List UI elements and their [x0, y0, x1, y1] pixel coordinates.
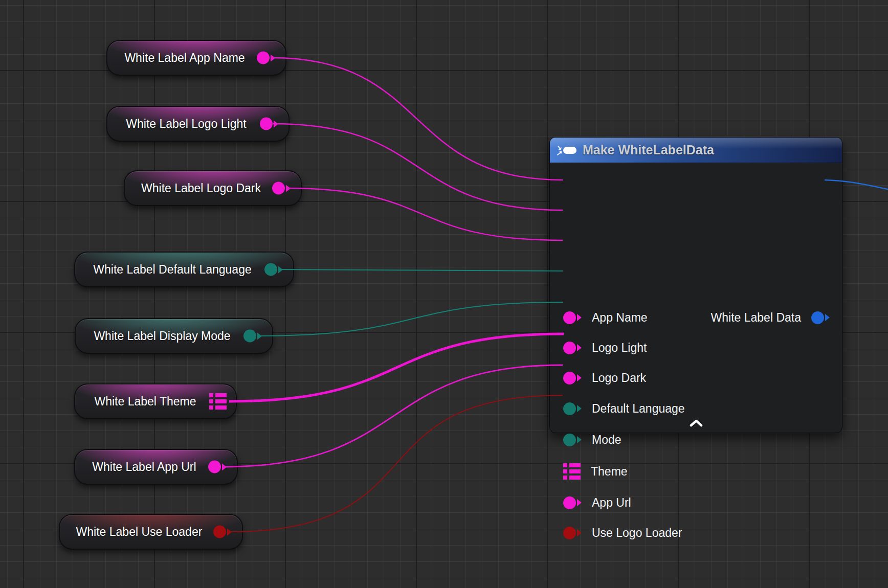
node-white-label-use-loader[interactable]: White Label Use Loader: [59, 514, 243, 550]
make-struct-icon: ↘↗: [556, 145, 576, 156]
pin-label: Default Language: [592, 402, 685, 416]
node-make-whitelabeldata[interactable]: ↘↗ Make WhiteLabelData App Name Logo Lig…: [549, 137, 842, 433]
output-pin-icon[interactable]: [257, 52, 275, 64]
pin-row-logo-light: Logo Light: [563, 332, 647, 363]
pin-row-app-url: App Url: [563, 487, 631, 518]
node-label: White Label Logo Light: [117, 117, 279, 131]
pin-label: White Label Data: [711, 311, 801, 325]
wire-logo-dark[interactable]: [286, 188, 563, 240]
wire-app-url[interactable]: [223, 365, 563, 467]
node-white-label-app-name[interactable]: White Label App Name: [106, 40, 286, 76]
pin-label: Mode: [592, 433, 621, 447]
pin-row-use-logo-loader: Use Logo Loader: [563, 517, 682, 548]
input-pin-icon[interactable]: [563, 311, 582, 324]
blueprint-graph-canvas[interactable]: White Label App Name White Label Logo Li…: [0, 0, 888, 588]
node-label: White Label App Name: [115, 51, 277, 65]
pin-row-app-name: App Name: [563, 302, 648, 333]
node-label: White Label Logo Dark: [132, 182, 294, 195]
pin-label: Theme: [591, 465, 628, 479]
node-label: White Label Use Loader: [67, 525, 235, 539]
node-label: White Label Display Mode: [84, 329, 263, 343]
node-label: White Label Default Language: [84, 263, 284, 277]
node-white-label-theme[interactable]: White Label Theme: [74, 383, 237, 419]
node-white-label-logo-dark[interactable]: White Label Logo Dark: [124, 170, 302, 206]
pin-row-default-language: Default Language: [563, 393, 685, 424]
node-white-label-app-url[interactable]: White Label App Url: [74, 449, 238, 485]
output-pin-icon[interactable]: [243, 330, 262, 343]
pin-label: Use Logo Loader: [592, 526, 682, 540]
wire-default-language[interactable]: [279, 269, 563, 271]
struct-grid-pin-icon[interactable]: [209, 393, 227, 410]
output-pin-icon[interactable]: [264, 263, 283, 276]
chevron-up-icon[interactable]: [687, 417, 705, 428]
output-pin-icon[interactable]: [272, 182, 291, 195]
node-title: Make WhiteLabelData: [583, 143, 714, 157]
make-node-header[interactable]: ↘↗ Make WhiteLabelData: [550, 138, 842, 163]
output-pin-icon[interactable]: [208, 461, 227, 473]
pin-label: Logo Dark: [592, 371, 646, 385]
node-white-label-default-language[interactable]: White Label Default Language: [74, 252, 294, 287]
node-label: White Label App Url: [83, 460, 229, 474]
pin-label: App Url: [592, 496, 631, 510]
node-white-label-display-mode[interactable]: White Label Display Mode: [75, 318, 273, 354]
struct-grid-pin-icon[interactable]: [563, 463, 581, 480]
input-pin-icon[interactable]: [563, 434, 582, 446]
wire-theme[interactable]: [229, 334, 564, 401]
pin-row-white-label-data: White Label Data: [711, 302, 830, 333]
pin-row-logo-dark: Logo Dark: [563, 363, 646, 393]
input-pin-icon[interactable]: [563, 402, 582, 415]
node-label: White Label Theme: [85, 395, 226, 409]
pin-row-theme: Theme: [563, 456, 628, 487]
node-white-label-logo-light[interactable]: White Label Logo Light: [106, 106, 290, 142]
input-pin-icon[interactable]: [563, 342, 582, 354]
pin-label: App Name: [592, 311, 648, 325]
input-pin-icon[interactable]: [563, 527, 582, 539]
input-pin-icon[interactable]: [563, 496, 582, 509]
input-pin-icon[interactable]: [563, 372, 582, 385]
output-pin-icon[interactable]: [260, 118, 278, 130]
pin-row-mode: Mode: [563, 424, 621, 455]
wire-use-logo-loader[interactable]: [230, 395, 563, 532]
wire-app-name[interactable]: [272, 58, 563, 180]
output-pin-icon[interactable]: [811, 311, 830, 324]
output-pin-icon[interactable]: [213, 526, 232, 538]
pin-label: Logo Light: [592, 341, 647, 355]
wire-logo-light[interactable]: [273, 124, 563, 210]
wire-mode[interactable]: [257, 302, 563, 336]
